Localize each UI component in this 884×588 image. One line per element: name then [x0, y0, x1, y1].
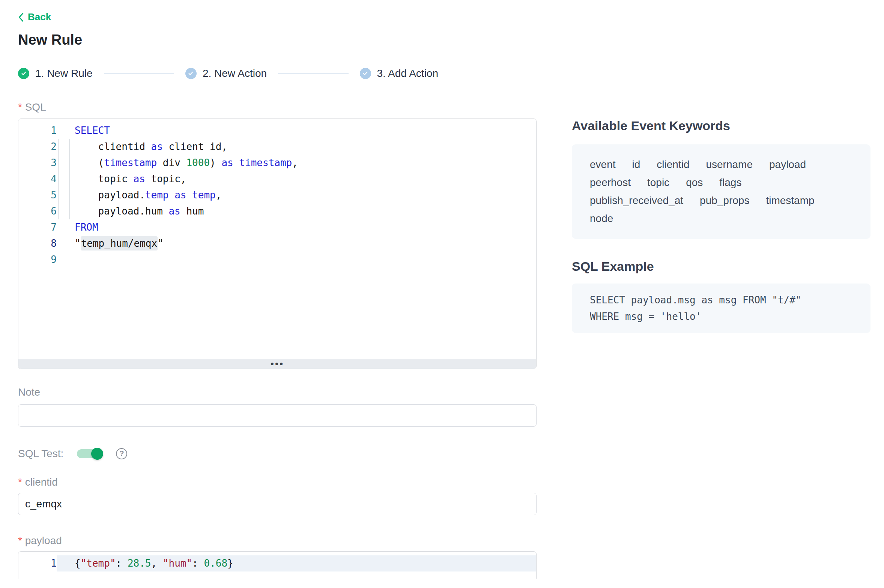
event-keyword: clientid	[657, 156, 689, 174]
line-number: 1	[18, 558, 57, 569]
line-number: 3	[18, 157, 57, 168]
step-new-action: 2. New Action	[185, 68, 267, 80]
code-line[interactable]: 8"temp_hum/emqx"	[18, 236, 536, 252]
step-new-rule: 1. New Rule	[18, 68, 93, 80]
sql-example-panel: SELECT payload.msg as msg FROM "t/#"WHER…	[572, 284, 870, 333]
code-text: payload.hum as hum	[57, 203, 536, 219]
step-label: 3. Add Action	[377, 68, 438, 80]
note-input[interactable]	[18, 404, 537, 427]
sql-example-line: WHERE msg = 'hello'	[590, 308, 852, 325]
payload-code-area[interactable]: 1{"temp": 28.5, "hum": 0.68}	[18, 552, 536, 579]
step-label: 1. New Rule	[35, 68, 93, 80]
code-line[interactable]: 3 (timestamp div 1000) as timestamp,	[18, 155, 536, 171]
sql-field-label: SQL	[18, 101, 537, 113]
event-keyword: qos	[686, 174, 703, 192]
event-keyword: timestamp	[766, 192, 814, 210]
code-text: SELECT	[57, 123, 536, 139]
code-text: (timestamp div 1000) as timestamp,	[57, 155, 536, 171]
step-check-icon	[360, 68, 371, 79]
line-number: 4	[18, 173, 57, 184]
step-label: 2. New Action	[203, 68, 267, 80]
event-keyword: username	[706, 156, 753, 174]
page-title: New Rule	[18, 32, 884, 48]
back-link[interactable]: Back	[18, 11, 51, 23]
sql-code-area[interactable]: 1SELECT2 clientid as client_id,3 (timest…	[18, 119, 536, 359]
step-connector	[278, 73, 348, 74]
sql-code-editor[interactable]: 1SELECT2 clientid as client_id,3 (timest…	[18, 118, 537, 369]
code-text: payload.temp as temp,	[57, 187, 536, 203]
indent-guide	[69, 139, 70, 219]
step-wizard: 1. New Rule 2. New Action 3. Add Action	[18, 68, 438, 80]
line-number: 7	[18, 222, 57, 233]
payload-code-editor[interactable]: 1{"temp": 28.5, "hum": 0.68}	[18, 551, 537, 579]
code-text: {"temp": 28.5, "hum": 0.68}	[57, 555, 536, 572]
sql-test-toggle[interactable]	[77, 449, 102, 458]
code-line[interactable]: 9	[18, 252, 536, 268]
event-keyword: pub_props	[700, 192, 749, 210]
step-add-action: 3. Add Action	[360, 68, 438, 80]
clientid-input[interactable]	[18, 493, 537, 515]
clientid-field-label: clientid	[18, 476, 537, 488]
drag-dots-icon: •••	[271, 360, 284, 368]
toggle-knob	[91, 448, 103, 460]
line-number: 1	[18, 125, 57, 136]
code-line[interactable]: 5 payload.temp as temp,	[18, 187, 536, 203]
keyword-row: eventidclientidusernamepayload	[590, 156, 852, 174]
code-text: FROM	[57, 219, 536, 236]
sql-example-line: SELECT payload.msg as msg FROM "t/#"	[590, 292, 852, 308]
code-line[interactable]: 6 payload.hum as hum	[18, 203, 536, 219]
line-number: 9	[18, 254, 57, 265]
code-text	[57, 252, 536, 268]
keywords-heading: Available Event Keywords	[572, 118, 872, 133]
event-keyword: peerhost	[590, 174, 631, 192]
help-sidebar: Available Event Keywords eventidclientid…	[572, 80, 872, 333]
event-keyword: node	[590, 210, 613, 228]
code-text: clientid as client_id,	[57, 139, 536, 155]
chevron-left-icon	[18, 12, 24, 22]
editor-resize-handle[interactable]: •••	[18, 359, 536, 369]
sql-test-label: SQL Test:	[18, 448, 63, 460]
indent-guide	[58, 139, 59, 219]
code-line[interactable]: 1{"temp": 28.5, "hum": 0.68}	[18, 555, 536, 572]
keyword-row: peerhosttopicqosflags	[590, 174, 852, 192]
line-number: 2	[18, 141, 57, 152]
keyword-row: publish_received_atpub_propstimestamp	[590, 192, 852, 210]
keyword-row: node	[590, 210, 852, 228]
help-icon[interactable]: ?	[116, 448, 127, 459]
event-keyword: payload	[769, 156, 806, 174]
event-keyword: topic	[647, 174, 669, 192]
keywords-panel: eventidclientidusernamepayloadpeerhostto…	[572, 144, 870, 239]
event-keyword: publish_received_at	[590, 192, 683, 210]
new-rule-page: Back New Rule 1. New Rule 2. New Action …	[0, 0, 884, 588]
step-check-icon	[185, 68, 197, 79]
note-field-label: Note	[18, 386, 537, 398]
code-line[interactable]: 7FROM	[18, 219, 536, 236]
event-keyword: event	[590, 156, 616, 174]
event-keyword: flags	[719, 174, 741, 192]
code-line[interactable]: 4 topic as topic,	[18, 171, 536, 187]
payload-field-label: payload	[18, 535, 537, 547]
step-check-icon	[18, 68, 29, 79]
back-label: Back	[28, 11, 51, 23]
event-keyword: id	[632, 156, 640, 174]
line-number: 6	[18, 206, 57, 217]
code-text: "temp_hum/emqx"	[57, 236, 536, 252]
code-text: topic as topic,	[57, 171, 536, 187]
line-number: 5	[18, 189, 57, 201]
code-line[interactable]: 1SELECT	[18, 123, 536, 139]
sql-example-heading: SQL Example	[572, 259, 872, 274]
line-number: 8	[18, 238, 57, 249]
step-connector	[104, 73, 174, 74]
code-line[interactable]: 2 clientid as client_id,	[18, 139, 536, 155]
